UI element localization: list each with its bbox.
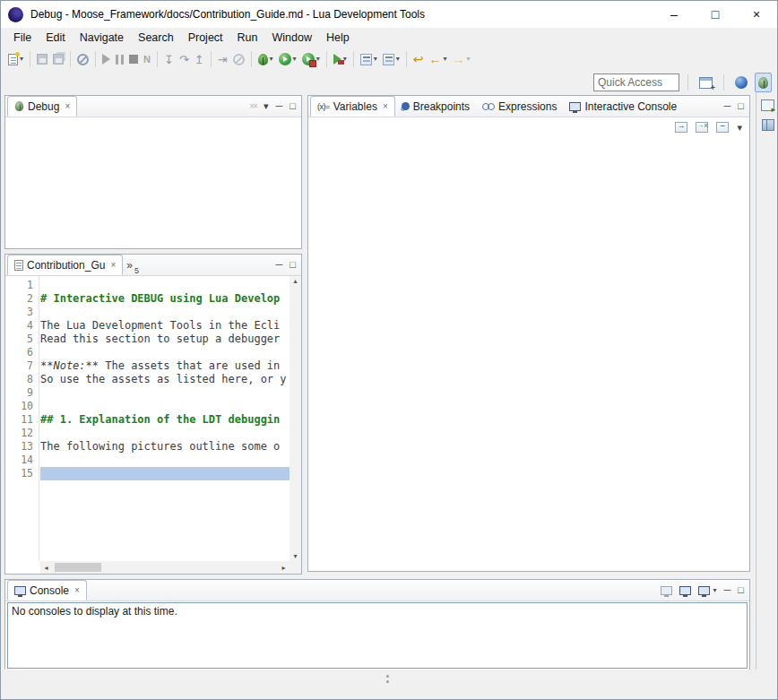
- extra-tool-2-button[interactable]: ▾: [380, 49, 402, 69]
- disconnect-button[interactable]: N: [141, 49, 153, 69]
- resume-button[interactable]: [99, 49, 113, 69]
- last-edit-location-button[interactable]: ↩: [411, 49, 427, 69]
- variables-panel-header: (x)= Variables × Breakpoints Expressions…: [308, 96, 749, 117]
- editor-horizontal-scrollbar[interactable]: ◂ ▸: [40, 561, 290, 574]
- quick-access-input[interactable]: Quick Access: [593, 73, 679, 91]
- sash-handle[interactable]: [386, 675, 390, 686]
- terminate-button[interactable]: [126, 49, 141, 69]
- toolbar-separator: [157, 51, 158, 67]
- toolbar-separator: [95, 51, 96, 67]
- external-tools-button[interactable]: ▾: [331, 49, 350, 69]
- extra-tool-2-dropdown-arrow[interactable]: ▾: [396, 56, 400, 63]
- debug-dropdown-arrow[interactable]: ▾: [270, 56, 273, 63]
- back-dropdown-arrow[interactable]: ▾: [443, 56, 446, 63]
- restore-view-icon[interactable]: [761, 99, 774, 111]
- menu-edit[interactable]: Edit: [39, 30, 73, 46]
- statusbar: [1, 670, 777, 699]
- coverage-dropdown-arrow[interactable]: ▾: [316, 56, 320, 63]
- back-button[interactable]: ← ▾: [426, 49, 449, 69]
- line-number-ruler[interactable]: 1 2 3 4 5 6 7 8 9 10 11 12 13 14 15: [5, 276, 39, 561]
- scroll-up-icon[interactable]: ▴: [290, 277, 301, 285]
- forward-button[interactable]: → ▾: [449, 49, 472, 69]
- extra-tool-1-button[interactable]: ▾: [358, 49, 380, 69]
- variables-minimize-icon[interactable]: ─: [724, 101, 731, 111]
- variables-view-content[interactable]: [308, 137, 749, 571]
- variables-view-menu-icon[interactable]: ▾: [737, 123, 742, 133]
- minimized-perspective-icon[interactable]: [762, 119, 774, 131]
- menu-help[interactable]: Help: [319, 30, 357, 46]
- tab-expressions[interactable]: Expressions: [476, 96, 563, 117]
- new-dropdown-arrow[interactable]: ▾: [20, 56, 23, 63]
- pin-console-icon[interactable]: [661, 586, 672, 595]
- menu-file[interactable]: File: [6, 30, 39, 46]
- debug-tab-close-icon[interactable]: ×: [65, 101, 70, 111]
- remove-all-terminated-icon[interactable]: ××: [249, 101, 256, 111]
- tab-console[interactable]: Console ×: [7, 580, 87, 601]
- step-over-button[interactable]: ↷: [177, 49, 192, 69]
- scroll-left-icon[interactable]: ◂: [40, 564, 52, 572]
- editor-vertical-scrollbar[interactable]: ▴ ▾: [290, 276, 301, 561]
- new-wizard-button[interactable]: ▾: [5, 49, 26, 69]
- debug-view-content[interactable]: [5, 117, 301, 248]
- menu-run[interactable]: Run: [230, 30, 265, 46]
- extra-tool-1-dropdown-arrow[interactable]: ▾: [374, 56, 377, 63]
- tab-variables[interactable]: (x)= Variables ×: [310, 96, 395, 117]
- menu-search[interactable]: Search: [131, 30, 181, 46]
- variables-maximize-icon[interactable]: □: [738, 101, 744, 111]
- chevron-icon: »: [126, 259, 133, 272]
- debug-minimize-icon[interactable]: ─: [276, 101, 283, 111]
- skip-all-breakpoints-button[interactable]: [74, 49, 91, 69]
- editor-line: [40, 427, 290, 440]
- console-content[interactable]: No consoles to display at this time.: [7, 602, 748, 669]
- run-button[interactable]: ▾: [276, 49, 299, 69]
- editor-tab-close-icon[interactable]: ×: [110, 260, 116, 270]
- save-all-button[interactable]: [50, 49, 66, 69]
- save-button[interactable]: [34, 49, 50, 69]
- editor-line: [40, 386, 290, 400]
- debug-maximize-icon[interactable]: □: [290, 101, 296, 111]
- debug-tab-label: Debug: [28, 100, 59, 113]
- run-dropdown-arrow[interactable]: ▾: [293, 56, 297, 63]
- tab-contribution-guide[interactable]: Contribution_Gu ×: [7, 255, 123, 275]
- run-coverage-button[interactable]: ▾: [299, 49, 323, 69]
- open-perspective-button[interactable]: [696, 73, 715, 92]
- display-selected-console-icon[interactable]: [679, 586, 691, 595]
- editor-minimize-icon[interactable]: ─: [276, 260, 283, 270]
- menu-window[interactable]: Window: [265, 30, 319, 46]
- debug-view-menu-icon[interactable]: ▾: [264, 101, 269, 111]
- scroll-down-icon[interactable]: ▾: [290, 552, 301, 560]
- console-maximize-icon[interactable]: □: [738, 585, 744, 595]
- editor-maximize-icon[interactable]: □: [290, 260, 296, 270]
- terminate-icon: [129, 55, 138, 64]
- close-button[interactable]: ×: [736, 1, 777, 28]
- show-logical-structure-icon[interactable]: [675, 122, 687, 133]
- open-perspective-icon: [699, 77, 713, 89]
- console-tab-close-icon[interactable]: ×: [74, 585, 80, 595]
- variables-tab-close-icon[interactable]: ×: [383, 101, 388, 111]
- menu-project[interactable]: Project: [181, 30, 230, 46]
- menu-navigate[interactable]: Navigate: [73, 30, 131, 46]
- open-console-dropdown-arrow[interactable]: ▾: [713, 587, 717, 594]
- lua-perspective-button[interactable]: [732, 73, 750, 92]
- collapse-all-icon[interactable]: [716, 122, 729, 133]
- tab-debug[interactable]: Debug ×: [7, 96, 77, 117]
- tab-breakpoints[interactable]: Breakpoints: [395, 96, 476, 117]
- suspend-button[interactable]: [113, 49, 126, 69]
- show-type-names-icon[interactable]: [696, 122, 708, 133]
- editor-text-area[interactable]: # Interactive DEBUG using Lua Develop Th…: [40, 276, 290, 561]
- last-edit-location-icon: ↩: [413, 52, 424, 66]
- use-step-filters-button[interactable]: [230, 49, 247, 69]
- editor-tab-overflow-chevron[interactable]: » 5: [123, 255, 143, 275]
- debug-perspective-button[interactable]: [755, 73, 772, 92]
- maximize-button[interactable]: □: [695, 1, 736, 28]
- step-into-button[interactable]: ↧: [161, 49, 177, 69]
- scrollbar-thumb[interactable]: [55, 563, 101, 572]
- minimize-button[interactable]: –: [653, 1, 695, 28]
- step-return-button[interactable]: ↥: [192, 49, 207, 69]
- debug-button[interactable]: ▾: [255, 49, 276, 69]
- tab-interactive-console[interactable]: Interactive Console: [563, 96, 683, 117]
- console-minimize-icon[interactable]: ─: [724, 585, 731, 595]
- scroll-right-icon[interactable]: ▸: [278, 564, 290, 572]
- open-console-button[interactable]: ▾: [698, 586, 717, 595]
- drop-to-frame-button[interactable]: ⇥: [215, 49, 230, 69]
